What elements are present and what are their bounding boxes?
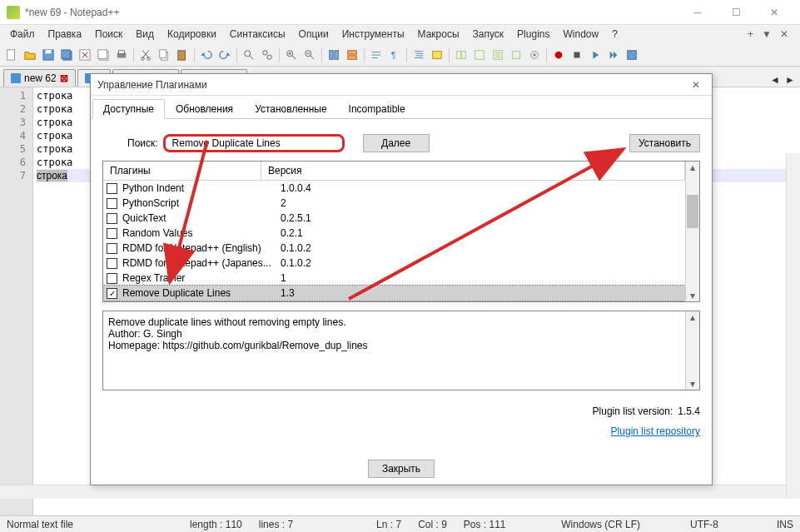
allchars-button[interactable]: ¶ (386, 47, 403, 63)
menu-file[interactable]: Файл (3, 27, 42, 42)
stop-macro-button[interactable] (569, 47, 585, 63)
save-all-button[interactable] (58, 47, 75, 63)
plugin-list-version-value: 1.5.4 (678, 405, 700, 417)
menu-search[interactable]: Поиск (88, 27, 129, 42)
save-button[interactable] (40, 47, 57, 63)
plugin-row[interactable]: Python Indent1.0.0.4 (103, 181, 685, 196)
plugin-row[interactable]: RDMD for Notepad++ (Japanes...0.1.0.2 (103, 256, 685, 271)
plugin-desc-author: Author: G. Singh (108, 328, 694, 340)
plugin-version: 0.2.5.1 (274, 212, 682, 224)
plugin-checkbox[interactable] (107, 213, 117, 224)
description-scrollbar[interactable]: ▴ ▾ (685, 311, 699, 390)
redo-button[interactable] (216, 47, 233, 63)
plugin-row[interactable]: Random Values0.2.1 (103, 226, 685, 241)
zoom-in-button[interactable] (283, 47, 300, 63)
plugin-checkbox[interactable] (107, 198, 117, 209)
vertical-scrollbar[interactable] (786, 153, 800, 499)
new-file-button[interactable] (3, 47, 20, 63)
menu-help[interactable]: ? (605, 27, 624, 42)
cut-button[interactable] (137, 47, 154, 63)
undo-button[interactable] (198, 47, 215, 63)
column-header-version[interactable]: Версия (261, 162, 685, 180)
menubar-down-button[interactable]: ▼ (762, 28, 772, 40)
code-line: строка (37, 170, 67, 181)
menu-language[interactable]: Синтаксисы (223, 27, 292, 42)
svg-rect-31 (513, 51, 520, 58)
close-button[interactable]: ✕ (755, 0, 793, 25)
plugin-list-scrollbar[interactable]: ▴ ▾ (685, 162, 699, 301)
menu-encoding[interactable]: Кодировки (161, 27, 223, 42)
plugin-row[interactable]: Regex Trainer1 (103, 271, 685, 286)
wordwrap-button[interactable] (368, 47, 385, 63)
plugin-row[interactable]: PythonScript2 (103, 196, 685, 211)
close-dialog-button[interactable]: Закрыть (368, 460, 435, 478)
install-button[interactable]: Установить (629, 134, 700, 152)
plugin-checkbox[interactable] (107, 243, 117, 254)
horizontal-scrollbar[interactable] (0, 485, 786, 499)
plugin-list-repository-link[interactable]: Plugin list repository (611, 425, 700, 437)
menu-tools[interactable]: Инструменты (335, 27, 411, 42)
plugin-checkbox[interactable] (107, 228, 117, 239)
tab-next-button[interactable]: ► (783, 73, 797, 87)
menu-edit[interactable]: Правка (42, 27, 89, 42)
sync-h-button[interactable] (344, 47, 360, 63)
tab-installed[interactable]: Установленные (244, 99, 337, 119)
plugin-checkbox[interactable] (107, 273, 117, 284)
menubar-x-button[interactable]: ✕ (780, 28, 788, 40)
menu-settings[interactable]: Опции (292, 27, 335, 42)
plugin-checkbox[interactable] (107, 258, 117, 269)
scrollbar-thumb[interactable] (687, 195, 698, 228)
next-button[interactable]: Далее (363, 134, 430, 152)
find-button[interactable] (241, 47, 257, 63)
menubar-plus-button[interactable]: + (748, 28, 753, 40)
indent-guide-button[interactable] (410, 47, 427, 63)
close-icon[interactable]: ⊠ (60, 72, 68, 84)
folder-button[interactable] (453, 47, 470, 63)
paste-button[interactable] (174, 47, 191, 63)
close-all-button[interactable] (95, 47, 112, 63)
play-macro-button[interactable] (587, 47, 604, 63)
language-button[interactable] (429, 47, 445, 63)
record-macro-button[interactable] (550, 47, 567, 63)
print-button[interactable] (113, 47, 130, 63)
preferences-button[interactable] (526, 47, 543, 63)
window-title: *new 69 - Notepad++ (25, 7, 678, 18)
dialog-close-button[interactable]: ✕ (687, 79, 705, 91)
status-eol: Windows (CR LF) (561, 519, 640, 530)
dialog-title: Управление Плагинами (97, 79, 687, 91)
copy-button[interactable] (156, 47, 172, 63)
status-ln: Ln : 7 (376, 519, 401, 530)
plugin-checkbox[interactable]: ✓ (107, 288, 117, 299)
plugin-row[interactable]: QuickText0.2.5.1 (103, 211, 685, 226)
function-list-button[interactable] (508, 47, 524, 63)
sync-v-button[interactable] (325, 47, 342, 63)
column-header-name[interactable]: Плагины (103, 162, 261, 180)
plugin-name: RDMD for Notepad++ (Japanes... (122, 257, 274, 269)
open-file-button[interactable] (22, 47, 38, 63)
tab-incompatible[interactable]: Incompatible (338, 99, 416, 119)
menu-plugins[interactable]: Plugins (510, 27, 556, 42)
file-tab[interactable]: new 62 ⊠ (3, 69, 76, 87)
doc-map-button[interactable] (471, 47, 488, 63)
maximize-button[interactable]: ☐ (717, 0, 755, 25)
menu-view[interactable]: Вид (129, 27, 161, 42)
save-macro-button[interactable] (624, 47, 640, 63)
play-multi-button[interactable] (605, 47, 622, 63)
tab-updates[interactable]: Обновления (165, 99, 244, 119)
tab-prev-button[interactable]: ◄ (768, 73, 782, 87)
tab-available[interactable]: Доступные (92, 99, 165, 119)
doc-list-button[interactable] (489, 47, 506, 63)
svg-rect-22 (335, 50, 338, 59)
zoom-out-button[interactable] (301, 47, 318, 63)
menu-window[interactable]: Window (556, 27, 605, 42)
plugin-checkbox[interactable] (107, 183, 117, 194)
minimize-button[interactable]: ─ (678, 0, 717, 25)
plugin-search-input[interactable] (163, 134, 345, 152)
menu-macro[interactable]: Макросы (411, 27, 466, 42)
plugin-row[interactable]: RDMD for Notepad++ (English)0.1.0.2 (103, 241, 685, 256)
close-file-button[interactable] (77, 47, 93, 63)
menu-run[interactable]: Запуск (466, 27, 511, 42)
replace-button[interactable] (259, 47, 276, 63)
statusbar: Normal text file length : 110 lines : 7 … (0, 515, 800, 532)
plugin-row[interactable]: ✓Remove Duplicate Lines1.3 (103, 286, 685, 301)
